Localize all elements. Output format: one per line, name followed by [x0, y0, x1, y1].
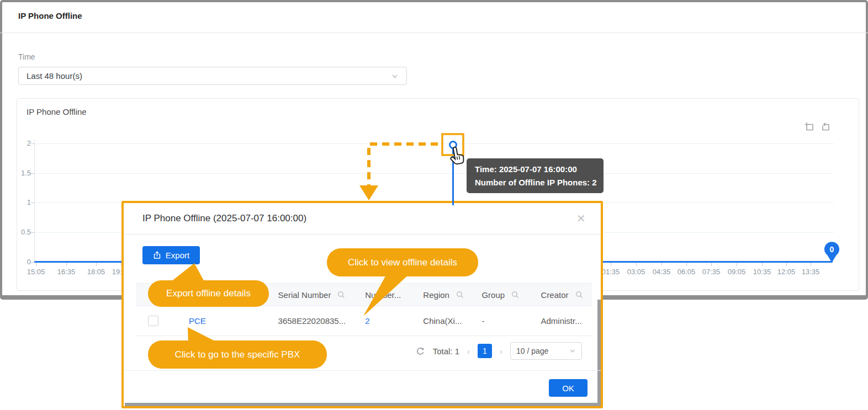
end-value-label: 0 — [830, 245, 834, 254]
y-axis-tick-label: 2 — [3, 139, 31, 147]
dialog-title-divider — [124, 234, 601, 235]
ok-button[interactable]: OK — [549, 379, 588, 397]
row-checkbox[interactable] — [148, 316, 158, 326]
pagination-bar: Total: 1 ‹ 1 › 10 / page — [387, 342, 582, 360]
header-label: Creator — [541, 290, 569, 300]
x-axis-tick — [66, 263, 67, 266]
upload-icon — [153, 251, 161, 259]
search-icon[interactable] — [337, 291, 345, 299]
x-axis-tick-label: 13:35 — [802, 268, 820, 276]
series-spike-line — [452, 145, 454, 205]
callout-goto-pbx: Click to go to the specific PBX — [148, 340, 327, 369]
region-cell: China(Xi... — [423, 316, 481, 326]
dialog-shadow — [125, 403, 601, 406]
x-axis-tick — [36, 263, 36, 266]
x-axis-tick-label: 03:05 — [627, 268, 645, 276]
x-axis-tick-label: 04:35 — [653, 268, 671, 276]
page-size-select[interactable]: 10 / page — [510, 342, 582, 360]
end-value-pin: 0 — [823, 241, 841, 263]
next-page-arrow[interactable]: › — [500, 347, 502, 356]
y-axis-tick-label: 0 — [3, 258, 31, 266]
highlighted-data-point[interactable] — [449, 141, 457, 149]
x-axis-tick-label: 06:05 — [678, 268, 696, 276]
serial-cell: 3658E22020835... — [278, 316, 366, 326]
x-axis-tick — [636, 263, 637, 266]
close-icon[interactable]: ✕ — [576, 212, 586, 225]
x-axis-tick — [762, 263, 763, 266]
table-header-serial: Serial Number — [278, 290, 366, 300]
search-icon[interactable] — [511, 291, 519, 299]
search-icon[interactable] — [456, 291, 464, 299]
row-checkbox-cell — [136, 316, 189, 326]
header-label: Group — [481, 290, 505, 300]
x-axis-tick — [811, 263, 811, 266]
page: IP Phone Offline Time Last 48 hour(s) IP… — [0, 0, 868, 410]
header-label: Region — [423, 290, 449, 300]
x-axis-tick-label: 16:35 — [57, 268, 76, 276]
y-axis-tick-label: 1.5 — [3, 169, 31, 177]
prev-page-arrow[interactable]: ‹ — [467, 347, 470, 356]
x-axis-tick-label: 09:05 — [728, 268, 746, 276]
x-axis-tick — [686, 263, 687, 266]
creator-cell: Administr... — [541, 316, 592, 326]
x-axis-tick-label: 12:05 — [777, 268, 796, 276]
pbx-name-link[interactable]: PCE — [189, 316, 278, 326]
tooltip-time: Time: 2025-07-07 16:00:00 — [475, 163, 595, 176]
dialog-shadow — [597, 300, 601, 406]
dialog-footer-divider — [124, 370, 601, 371]
callout-view-details: Click to view offline details — [327, 248, 478, 276]
dialog-title: IP Phone Offline (2025-07-07 16:00:00) — [142, 213, 306, 224]
current-page-button[interactable]: 1 — [478, 344, 492, 358]
y-axis-line — [34, 140, 35, 263]
table-header-number: Number... — [365, 290, 423, 300]
export-button-label: Export — [166, 251, 189, 260]
header-label: Number... — [365, 290, 401, 300]
chevron-down-icon — [569, 348, 576, 354]
chart-tooltip: Time: 2025-07-07 16:00:00 Number of Offl… — [467, 158, 604, 193]
y-gridline — [34, 143, 834, 144]
page-size-value: 10 / page — [516, 347, 548, 355]
search-icon[interactable] — [575, 291, 583, 299]
x-axis-tick-label: 07:35 — [702, 268, 721, 276]
group-cell: - — [481, 316, 541, 326]
table-header-creator: Creator — [541, 290, 592, 300]
export-button[interactable]: Export — [142, 246, 200, 264]
x-axis-tick — [611, 263, 611, 266]
y-axis-tick-label: 1 — [3, 198, 31, 206]
x-axis-tick-label: 01:35 — [602, 268, 620, 276]
x-axis-tick-label: 18:05 — [87, 268, 105, 276]
ok-button-label: OK — [562, 384, 574, 393]
callout-export-details: Export offline details — [148, 280, 269, 307]
offline-number-link[interactable]: 2 — [365, 316, 423, 326]
x-axis-tick — [737, 263, 737, 266]
tooltip-value: Number of Offline IP Phones: 2 — [475, 176, 595, 189]
header-label: Serial Number — [278, 290, 331, 300]
table-header-group: Group — [481, 290, 541, 300]
x-axis-tick — [661, 263, 662, 266]
x-axis-tick — [711, 263, 712, 266]
refresh-icon[interactable] — [416, 347, 425, 356]
y-axis-tick-label: 0.5 — [3, 228, 31, 236]
pagination-total: Total: 1 — [433, 347, 459, 356]
x-axis-tick-label: 10:35 — [753, 268, 771, 276]
table-row: PCE 3658E22020835... 2 China(Xi... - Adm… — [136, 306, 592, 336]
y-gridline — [34, 173, 834, 174]
x-axis-tick — [96, 263, 97, 266]
table-header-region: Region — [423, 290, 481, 300]
x-axis-tick-label: 15:05 — [27, 268, 45, 276]
x-axis-tick — [786, 263, 787, 266]
